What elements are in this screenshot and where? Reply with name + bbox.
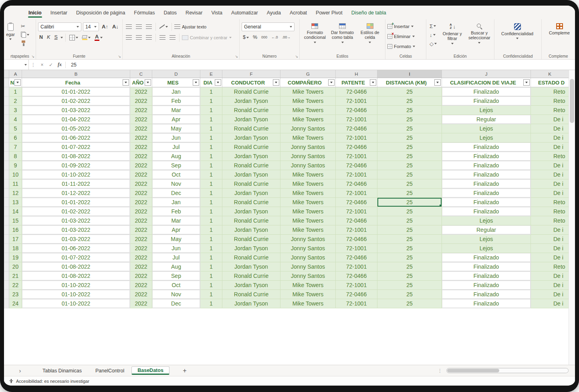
cell-F17[interactable]: Ronald Currie <box>222 235 280 244</box>
cell-C3[interactable]: 2022 <box>130 106 152 115</box>
cell-G19[interactable]: Jonny Santos <box>280 253 336 262</box>
cell-F7[interactable]: Ronald Currie <box>222 143 280 152</box>
copy-button[interactable] <box>20 31 30 38</box>
cell-E21[interactable]: 1 <box>200 271 222 281</box>
cell-C17[interactable]: 2022 <box>130 235 152 244</box>
cell-D14[interactable]: Feb <box>152 207 200 216</box>
cell-K14[interactable]: Reto <box>531 207 569 216</box>
cell-F8[interactable]: Jordan Tyson <box>222 152 280 161</box>
addins-button[interactable]: Compleme <box>544 21 575 36</box>
cell-B23[interactable]: 01-10-2022 <box>22 290 130 299</box>
cell-F24[interactable]: Jordan Tyson <box>222 299 280 308</box>
cell-B18[interactable]: 01-06-2022 <box>22 244 130 253</box>
cell-A23[interactable]: 23 <box>9 290 22 299</box>
cell-I10[interactable]: 25 <box>377 170 442 179</box>
cell-B6[interactable]: 01-06-2022 <box>22 133 130 143</box>
align-left-button[interactable] <box>125 34 133 40</box>
filter-button-D[interactable] <box>193 79 199 86</box>
cell-I6[interactable]: 25 <box>377 133 442 143</box>
sensitivity-button[interactable]: Confidencialidad <box>496 21 538 40</box>
cell-G10[interactable]: Mike Towers <box>280 170 336 179</box>
paste-button[interactable]: egar <box>4 21 17 52</box>
cell-I16[interactable]: 25 <box>377 225 442 235</box>
cell-B9[interactable]: 01-09-2022 <box>22 161 130 170</box>
vertical-scrollbar[interactable] <box>569 70 575 365</box>
cell-B10[interactable]: 01-10-2022 <box>22 170 130 179</box>
cell-J12[interactable]: Finalizado <box>442 189 531 198</box>
cell-F11[interactable]: Ronald Currie <box>222 179 280 189</box>
cell-E22[interactable]: 1 <box>200 281 222 290</box>
cell-J14[interactable]: Finalizado <box>442 207 531 216</box>
cell-E7[interactable]: 1 <box>200 143 222 152</box>
decrease-indent-button[interactable] <box>158 34 167 40</box>
name-box[interactable] <box>4 60 29 70</box>
filter-button-G[interactable] <box>328 79 335 86</box>
cell-E12[interactable]: 1 <box>200 189 222 198</box>
font-size-combo[interactable]: 14 <box>83 22 99 31</box>
cell-K15[interactable]: Reto <box>531 216 569 225</box>
filter-button-E[interactable] <box>215 79 221 86</box>
cell-C22[interactable]: 2022 <box>130 281 152 290</box>
cell-J19[interactable]: Finalizado <box>442 253 531 262</box>
column-header-C[interactable]: C <box>130 70 152 78</box>
cell-E5[interactable]: 1 <box>200 124 222 133</box>
cell-H14[interactable]: 72-1001 <box>336 207 377 216</box>
cell-F4[interactable]: Jordan Tyson <box>222 115 280 124</box>
sheetbar-resize-handle[interactable]: ⋮ <box>438 368 442 374</box>
cell-D13[interactable]: Jan <box>152 198 200 207</box>
cell-K6[interactable]: De i <box>531 133 569 143</box>
cell-J11[interactable]: Finalizado <box>442 179 531 189</box>
cell-G22[interactable]: Mike Towers <box>280 281 336 290</box>
cell-D21[interactable]: Sep <box>152 271 200 281</box>
cell-B12[interactable]: 01-12-2022 <box>22 189 130 198</box>
cell-H8[interactable]: 72-1001 <box>336 152 377 161</box>
cell-J2[interactable]: Finalizado <box>442 96 531 106</box>
cell-I20[interactable]: 25 <box>377 262 442 271</box>
cell-J13[interactable]: Finalizado <box>442 198 531 207</box>
italic-button[interactable]: K <box>46 34 51 41</box>
horizontal-scrollbar-thumb[interactable] <box>447 369 499 372</box>
cell-B21[interactable]: 01-08-2022 <box>22 271 130 281</box>
cell-G24[interactable]: Mike Towers <box>280 299 336 308</box>
cell-D8[interactable]: Aug <box>152 152 200 161</box>
cell-H11[interactable]: 72-0466 <box>336 179 377 189</box>
cell-G6[interactable]: Mike Towers <box>280 133 336 143</box>
cell-K7[interactable]: De i <box>531 143 569 152</box>
cell-H22[interactable]: 72-1001 <box>336 281 377 290</box>
cell-K1[interactable]: Reto <box>531 87 569 96</box>
decrease-decimal-button[interactable]: .00→ <box>281 35 292 40</box>
cell-C11[interactable]: 2022 <box>130 179 152 189</box>
decrease-font-button[interactable]: A↓ <box>111 23 120 30</box>
cell-H17[interactable]: 72-0466 <box>336 235 377 244</box>
table-header-año[interactable]: AÑO <box>130 78 152 87</box>
cell-I18[interactable]: 25 <box>377 244 442 253</box>
cell-G7[interactable]: Jonny Santos <box>280 143 336 152</box>
sheet-tab-basedatos[interactable]: BaseDatos <box>131 366 169 375</box>
cell-F1[interactable]: Ronald Currie <box>222 87 280 96</box>
alignment-dialog-launcher[interactable]: ↘ <box>235 55 238 58</box>
cell-C21[interactable]: 2022 <box>130 271 152 281</box>
filter-button-F[interactable] <box>273 79 279 86</box>
ribbon-tab-datos[interactable]: Datos <box>159 8 181 19</box>
increase-indent-button[interactable] <box>168 34 177 40</box>
cell-I23[interactable]: 25 <box>377 290 442 299</box>
cell-G17[interactable]: Jonny Santos <box>280 235 336 244</box>
cell-F14[interactable]: Jordan Tyson <box>222 207 280 216</box>
cell-J21[interactable]: Finalizado <box>442 271 531 281</box>
cell-G14[interactable]: Mike Towers <box>280 207 336 216</box>
cell-H10[interactable]: 72-1001 <box>336 170 377 179</box>
ribbon-tab-acrobat[interactable]: Acrobat <box>285 8 311 19</box>
cell-A16[interactable]: 16 <box>9 225 22 235</box>
cell-H13[interactable]: 72-0466 <box>336 198 377 207</box>
cell-I24[interactable]: 25 <box>377 299 442 308</box>
cell-G13[interactable]: Mike Towers <box>280 198 336 207</box>
cell-D16[interactable]: Apr <box>152 225 200 235</box>
cell-H7[interactable]: 72-0466 <box>336 143 377 152</box>
cell-F20[interactable]: Jordan Tyson <box>222 262 280 271</box>
cell-I21[interactable]: 25 <box>377 271 442 281</box>
cell-I1[interactable]: 25 <box>377 87 442 96</box>
cell-K24[interactable]: De i <box>531 299 569 308</box>
thousands-format-button[interactable]: 000 <box>260 35 268 40</box>
column-header-J[interactable]: J <box>442 70 531 78</box>
cell-K4[interactable]: De i <box>531 115 569 124</box>
